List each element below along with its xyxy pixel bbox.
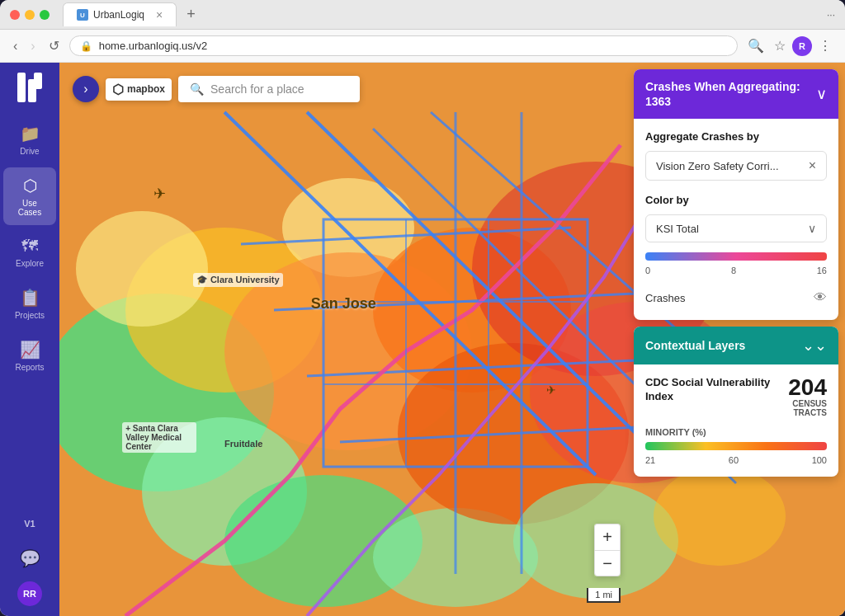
- logo-icon: [17, 73, 42, 102]
- sidebar-item-use-cases-label: Use Cases: [10, 199, 50, 217]
- window-controls-right: ···: [827, 9, 835, 21]
- sidebar: 📁 Drive ⬡ Use Cases 🗺 Explore 📋 Projects…: [0, 63, 59, 616]
- map-search-bar: › ⬡ mapbox 🔍 Search for a place: [73, 76, 360, 102]
- browser-titlebar: U UrbanLogiq × + ···: [0, 0, 845, 30]
- contextual-panel: Contextual Layers ⌄⌄ CDC Social Vulnerab…: [634, 327, 838, 477]
- drive-icon: 📁: [20, 124, 40, 143]
- contextual-collapse-button[interactable]: ⌄⌄: [802, 336, 827, 355]
- map-zoom-controls: + −: [594, 524, 621, 576]
- cdc-count: 204: [771, 376, 827, 399]
- crashes-layer-row: Crashes 👁: [645, 287, 827, 308]
- crashes-collapse-button[interactable]: ∨: [816, 85, 827, 103]
- color-gradient: [645, 252, 827, 261]
- minority-label: Minority (%): [645, 427, 827, 437]
- close-window-button[interactable]: [10, 10, 20, 20]
- browser-frame: U UrbanLogiq × + ··· ‹ › ↺ 🔒 home.urbanl…: [0, 0, 845, 616]
- sidebar-item-projects-label: Projects: [15, 311, 45, 320]
- refresh-button[interactable]: ↺: [45, 35, 63, 57]
- address-text: home.urbanlogiq.us/v2: [99, 40, 208, 52]
- crashes-panel: Crashes When Aggregating: 1363 ∨ Aggrega…: [634, 69, 838, 320]
- app-content: 📁 Drive ⬡ Use Cases 🗺 Explore 📋 Projects…: [0, 63, 845, 616]
- minority-mid: 60: [729, 455, 739, 465]
- sidebar-v1-button[interactable]: V1: [17, 512, 41, 535]
- forward-button[interactable]: ›: [27, 35, 38, 57]
- bookmark-button[interactable]: ☆: [771, 35, 789, 57]
- maximize-window-button[interactable]: [40, 10, 50, 20]
- menu-button[interactable]: ⋮: [815, 35, 835, 57]
- minority-max: 100: [812, 455, 827, 465]
- contextual-body: CDC Social Vulnerability Index 204 Censu…: [634, 364, 838, 477]
- lock-icon: 🔒: [80, 40, 92, 52]
- new-tab-button[interactable]: +: [186, 6, 196, 23]
- tab-favicon: U: [77, 9, 88, 21]
- color-by-label: Color by: [645, 194, 827, 206]
- zoom-out-button[interactable]: −: [594, 550, 621, 576]
- sidebar-item-drive-label: Drive: [20, 147, 39, 156]
- aggregate-value: Vision Zero Safety Corri...: [656, 160, 779, 172]
- sidebar-item-explore[interactable]: 🗺 Explore: [3, 228, 56, 276]
- sidebar-item-use-cases[interactable]: ⬡ Use Cases: [3, 167, 56, 225]
- contextual-title: Contextual Layers: [645, 339, 745, 352]
- use-cases-icon: ⬡: [23, 176, 37, 195]
- projects-icon: 📋: [20, 288, 40, 308]
- address-bar[interactable]: 🔒 home.urbanlogiq.us/v2: [69, 35, 738, 56]
- browser-toolbar: ‹ › ↺ 🔒 home.urbanlogiq.us/v2 🔍 ☆ R ⋮: [0, 30, 845, 63]
- toolbar-right: 🔍 ☆ R ⋮: [744, 35, 835, 57]
- crashes-title: Crashes When Aggregating: 1363: [645, 79, 816, 109]
- svg-point-10: [76, 211, 208, 327]
- tab-title: UrbanLogiq: [93, 9, 144, 21]
- scale-max: 16: [817, 266, 827, 275]
- minority-min: 21: [645, 455, 655, 465]
- sidebar-rr-avatar[interactable]: RR: [17, 581, 42, 606]
- sidebar-chat-button[interactable]: 💬: [13, 542, 47, 575]
- crashes-header: Crashes When Aggregating: 1363 ∨: [634, 69, 838, 119]
- reports-icon: 📈: [20, 340, 40, 360]
- svg-rect-0: [17, 73, 26, 102]
- contextual-header: Contextual Layers ⌄⌄: [634, 327, 838, 364]
- mapbox-symbol: ⬡: [112, 82, 124, 97]
- cdc-stats: 204 Census Tracts: [771, 376, 827, 417]
- color-by-selector[interactable]: KSI Total ∨: [645, 214, 827, 242]
- minority-scale: 21 60 100: [645, 455, 827, 465]
- crashes-body: Aggregate Crashes by Vision Zero Safety …: [634, 119, 838, 320]
- layer-visibility-button[interactable]: 👁: [814, 290, 827, 305]
- scale-min: 0: [645, 266, 650, 275]
- minority-gradient: [645, 442, 827, 450]
- scale-mid: 8: [731, 266, 736, 275]
- aggregate-clear-button[interactable]: ×: [809, 158, 816, 173]
- svg-rect-2: [34, 73, 42, 89]
- sidebar-item-drive[interactable]: 📁 Drive: [3, 115, 56, 164]
- cdc-name: CDC Social Vulnerability Index: [645, 376, 771, 404]
- map-area[interactable]: San Jose ✈ ✈ 🎓 Clara University + Santa …: [59, 63, 845, 616]
- sidebar-item-projects[interactable]: 📋 Projects: [3, 280, 56, 328]
- aggregate-label: Aggregate Crashes by: [645, 130, 827, 143]
- browser-tab[interactable]: U UrbanLogiq ×: [63, 2, 177, 26]
- minimize-window-button[interactable]: [25, 10, 35, 20]
- cdc-row: CDC Social Vulnerability Index 204 Censu…: [645, 376, 827, 417]
- cdc-info: CDC Social Vulnerability Index: [645, 376, 771, 404]
- back-button[interactable]: ‹: [10, 35, 21, 57]
- right-panel: Crashes When Aggregating: 1363 ∨ Aggrega…: [634, 69, 838, 477]
- sidebar-item-explore-label: Explore: [16, 259, 44, 268]
- zoom-in-button[interactable]: +: [594, 524, 621, 550]
- map-search-box[interactable]: 🔍 Search for a place: [178, 76, 360, 102]
- crashes-layer-name: Crashes: [645, 292, 685, 304]
- window-controls: [10, 10, 50, 20]
- sidebar-item-reports[interactable]: 📈 Reports: [3, 332, 56, 380]
- svg-point-17: [654, 467, 786, 566]
- aggregate-selector[interactable]: Vision Zero Safety Corri... ×: [645, 151, 827, 181]
- app-logo[interactable]: [15, 73, 45, 102]
- sidebar-item-reports-label: Reports: [15, 363, 44, 372]
- cdc-unit: Census Tracts: [771, 399, 827, 417]
- sidebar-bottom: V1 💬 RR: [13, 512, 47, 606]
- profile-button[interactable]: R: [792, 36, 812, 56]
- tab-close-button[interactable]: ×: [156, 8, 163, 21]
- map-scale: 1 mi: [587, 588, 621, 603]
- mapbox-logo: ⬡ mapbox: [106, 78, 172, 101]
- map-nav-button[interactable]: ›: [73, 76, 99, 102]
- explore-icon: 🗺: [21, 237, 38, 256]
- color-scale: 0 8 16: [645, 266, 827, 275]
- mapbox-text: mapbox: [127, 83, 165, 95]
- search-icon: 🔍: [190, 82, 204, 96]
- zoom-button[interactable]: 🔍: [744, 35, 767, 57]
